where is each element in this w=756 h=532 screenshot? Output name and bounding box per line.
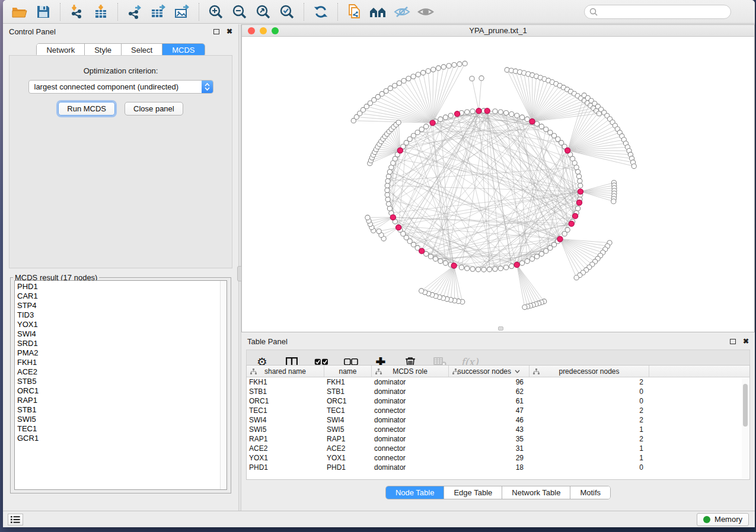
horizontal-splitter-grip[interactable] <box>498 326 503 331</box>
new-network-from-selection-icon[interactable] <box>343 2 366 22</box>
table-row[interactable]: TEC1TEC1connector472 <box>247 406 749 415</box>
tab-mcds[interactable]: MCDS <box>162 44 204 56</box>
mcds-result-list[interactable]: PHD1CAR1STP4TID3YOX1SWI4SRD1PMA2FKH1ACE2… <box>14 280 227 490</box>
cell-name: STB1 <box>324 387 372 396</box>
close-panel-icon[interactable]: ✖ <box>227 27 232 36</box>
mcds-result-item[interactable]: CAR1 <box>17 291 227 301</box>
tab-network-table[interactable]: Network Table <box>502 486 570 499</box>
export-network-icon[interactable] <box>123 2 146 22</box>
close-table-panel-icon[interactable]: ✖ <box>743 337 749 345</box>
table-scrollbar-thumb[interactable] <box>743 384 748 427</box>
table-scrollbar[interactable] <box>742 378 749 479</box>
hierarchy-icon <box>250 368 257 374</box>
column-header-name[interactable]: name <box>324 366 372 377</box>
cell-successor-nodes: 62 <box>449 387 529 396</box>
search-field[interactable] <box>584 5 731 19</box>
table-row[interactable]: ORC1ORC1dominator610 <box>247 396 749 406</box>
table-header-row: shared namenameMCDS rolesuccessor nodesp… <box>247 366 749 377</box>
cell-successor-nodes: 18 <box>449 463 529 472</box>
table-row[interactable]: RAP1RAP1dominator352 <box>247 434 749 444</box>
network-window-titlebar[interactable]: YPA_prune.txt_1 <box>242 25 754 37</box>
mcds-result-item[interactable]: SRD1 <box>17 339 227 348</box>
zoom-selected-icon[interactable] <box>275 2 299 22</box>
table-row[interactable]: ACE2ACE2connector311 <box>247 444 749 453</box>
cell-shared-name: YOX1 <box>247 454 324 462</box>
cell-shared-name: ORC1 <box>247 397 324 405</box>
mcds-result-item[interactable]: RAP1 <box>17 396 227 405</box>
mcds-result-item[interactable]: STP4 <box>17 301 227 310</box>
mcds-result-item[interactable]: GCR1 <box>17 434 227 443</box>
main-toolbar <box>3 0 755 24</box>
mcds-result-item[interactable]: FKH1 <box>17 358 227 367</box>
column-header-predecessor-nodes[interactable]: predecessor nodes <box>529 366 649 377</box>
save-session-icon[interactable] <box>31 2 55 22</box>
float-table-panel-icon[interactable] <box>730 339 736 344</box>
table-row[interactable]: STB1STB1dominator620 <box>247 387 749 396</box>
cell-predecessor-nodes: 1 <box>529 444 649 453</box>
task-history-button[interactable] <box>8 514 23 525</box>
table-row[interactable]: SWI5SWI5connector431 <box>247 425 749 434</box>
cell-shared-name: RAP1 <box>247 435 324 443</box>
float-panel-icon[interactable] <box>213 29 219 34</box>
memory-label: Memory <box>714 515 742 524</box>
column-header-MCDS-role[interactable]: MCDS role <box>372 366 449 377</box>
tab-style[interactable]: Style <box>85 44 122 56</box>
run-mcds-button[interactable]: Run MCDS <box>58 102 115 116</box>
table-row[interactable]: FKH1FKH1dominator962 <box>247 377 749 387</box>
zoom-out-icon[interactable] <box>228 2 251 22</box>
tab-edge-table[interactable]: Edge Table <box>444 486 502 499</box>
show-all-icon[interactable] <box>414 2 438 22</box>
column-header-shared-name[interactable]: shared name <box>247 366 324 377</box>
import-table-icon[interactable] <box>89 2 113 22</box>
network-title: YPA_prune.txt_1 <box>242 26 754 35</box>
hide-selected-icon[interactable] <box>390 2 414 22</box>
table-panel: Table Panel ✖ ⚙ ✚ <box>241 334 755 509</box>
mcds-result-item[interactable]: TEC1 <box>17 424 227 434</box>
import-network-icon[interactable] <box>65 2 89 22</box>
cell-shared-name: FKH1 <box>247 378 324 386</box>
mcds-result-item[interactable]: PMA2 <box>17 348 227 358</box>
cell-shared-name: TEC1 <box>247 406 324 415</box>
cell-successor-nodes: 47 <box>449 406 529 415</box>
cell-name: RAP1 <box>324 435 372 443</box>
cell-predecessor-nodes: 2 <box>529 406 649 415</box>
mcds-result-item[interactable]: SWI5 <box>17 415 227 424</box>
network-graph-canvas[interactable] <box>242 37 754 332</box>
control-panel: Control Panel ✖ NetworkStyleSelectMCDS O… <box>3 24 238 511</box>
table-row[interactable]: YOX1YOX1connector291 <box>247 453 749 463</box>
column-header-successor-nodes[interactable]: successor nodes <box>449 366 529 377</box>
table-row[interactable]: PHD1PHD1dominator180 <box>247 463 749 472</box>
open-file-icon[interactable] <box>8 2 31 22</box>
mcds-result-item[interactable]: TID3 <box>17 310 227 320</box>
table-tabs: Node TableEdge TableNetwork TableMotifs <box>385 486 611 499</box>
criterion-dropdown[interactable]: largest connected component (undirected) <box>28 80 213 94</box>
search-icon <box>589 8 598 16</box>
memory-button[interactable]: Memory <box>697 513 749 526</box>
mcds-result-item[interactable]: STB5 <box>17 377 227 386</box>
cell-predecessor-nodes: 2 <box>529 416 649 424</box>
status-bar: Memory <box>3 511 755 527</box>
cell-successor-nodes: 46 <box>449 416 529 424</box>
network-view-window: YPA_prune.txt_1 <box>241 24 755 332</box>
tab-network[interactable]: Network <box>37 44 85 56</box>
tab-motifs[interactable]: Motifs <box>570 486 610 499</box>
mcds-result-item[interactable]: PHD1 <box>17 282 227 291</box>
export-image-icon[interactable] <box>170 2 194 22</box>
mcds-result-item[interactable]: ACE2 <box>17 367 227 377</box>
dropdown-stepper-icon <box>202 80 213 94</box>
export-table-icon[interactable] <box>146 2 170 22</box>
tab-select[interactable]: Select <box>122 44 162 56</box>
mcds-result-item[interactable]: ORC1 <box>17 386 227 396</box>
mcds-list-scrollbar[interactable] <box>220 281 227 489</box>
zoom-in-icon[interactable] <box>204 2 228 22</box>
mcds-result-item[interactable]: YOX1 <box>17 320 227 329</box>
first-neighbors-icon[interactable] <box>366 2 390 22</box>
mcds-result-item[interactable]: STB1 <box>17 405 227 415</box>
search-input[interactable] <box>601 8 731 16</box>
close-panel-button[interactable]: Close panel <box>125 102 183 116</box>
table-row[interactable]: SWI4SWI4dominator462 <box>247 415 749 425</box>
zoom-fit-icon[interactable] <box>251 2 275 22</box>
refresh-icon[interactable] <box>309 2 333 22</box>
tab-node-table[interactable]: Node Table <box>386 486 445 499</box>
mcds-result-item[interactable]: SWI4 <box>17 329 227 339</box>
